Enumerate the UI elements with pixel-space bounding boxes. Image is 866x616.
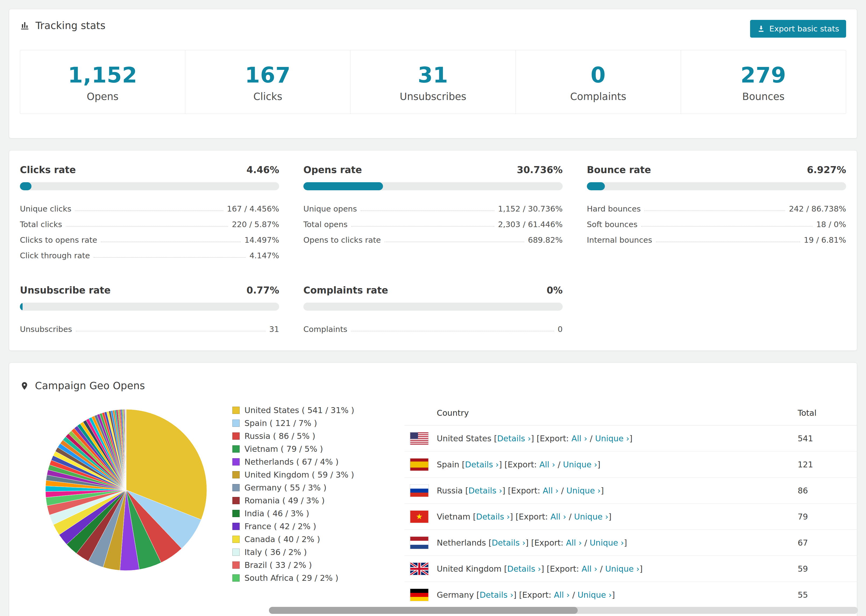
dotted-leader [361, 211, 494, 211]
metric-row-unsubscribes: Unsubscribes31 [20, 318, 279, 334]
legend-label: India ( 46 / 3% ) [244, 509, 309, 518]
export-basic-stats-button[interactable]: Export basic stats [750, 20, 846, 38]
metric-row-soft-bounces: Soft bounces18 / 0% [587, 214, 846, 229]
country-cell: Vietnam [Details ›] [Export: All › / Uni… [405, 511, 798, 523]
legend-label: France ( 42 / 2% ) [244, 522, 316, 531]
horizontal-scrollbar-thumb[interactable] [269, 607, 578, 614]
legend-item-canada[interactable]: Canada ( 40 / 2% ) [232, 534, 405, 544]
total-value: 86 [798, 486, 857, 495]
legend-swatch [232, 536, 239, 543]
dotted-leader [641, 226, 812, 226]
legend-item-italy[interactable]: Italy ( 36 / 2% ) [232, 547, 405, 557]
progress-bar [20, 303, 279, 311]
progress-bar-fill [20, 303, 23, 311]
country-cell: Russia [Details ›] [Export: All › / Uniq… [405, 484, 798, 497]
export-all-link[interactable]: All › [539, 460, 555, 469]
stat-label: Clicks [185, 91, 350, 102]
country-name: Vietnam [437, 512, 473, 522]
export-unique-link[interactable]: Unique › [574, 512, 608, 522]
dotted-leader [656, 242, 800, 242]
rate-header: Clicks rate4.46% [20, 165, 279, 175]
details-link[interactable]: Details › [491, 538, 526, 547]
netherlands-flag-icon [410, 536, 429, 549]
metric-row-total-clicks: Total clicks220 / 5.87% [20, 214, 279, 229]
details-link[interactable]: Details › [469, 486, 502, 495]
rate-title: Complaints rate [303, 285, 388, 295]
stat-box-bounces: 279Bounces [681, 50, 846, 114]
map-pin-icon [20, 380, 29, 391]
legend-swatch [232, 548, 239, 556]
legend-label: Vietnam ( 79 / 5% ) [244, 444, 323, 454]
metric-label: Unique opens [303, 204, 357, 214]
metric-value: 242 / 86.738% [789, 204, 846, 214]
metric-label: Hard bounces [587, 204, 641, 214]
country-name: Spain [437, 460, 462, 469]
geo-table-header: CountryTotal [405, 401, 857, 426]
progress-bar-fill [20, 182, 31, 190]
details-link[interactable]: Details › [476, 512, 510, 522]
stat-box-clicks: 167Clicks [185, 50, 350, 114]
rate-header: Complaints rate0% [303, 285, 563, 295]
metric-value: 220 / 5.87% [232, 220, 279, 229]
metric-row-internal-bounces: Internal bounces19 / 6.81% [587, 229, 846, 245]
legend-item-romania[interactable]: Romania ( 49 / 3% ) [232, 496, 405, 505]
total-value: 541 [798, 434, 857, 443]
dotted-leader [351, 331, 554, 332]
progress-bar-fill [303, 182, 383, 190]
export-unique-link[interactable]: Unique › [595, 434, 629, 443]
export-unique-link[interactable]: Unique › [589, 538, 624, 547]
country-name: Netherlands [437, 538, 488, 547]
legend-swatch [232, 574, 239, 581]
total-value: 67 [798, 538, 857, 547]
details-link[interactable]: Details › [465, 460, 499, 469]
legend-item-russia[interactable]: Russia ( 86 / 5% ) [232, 431, 405, 441]
details-link[interactable]: Details › [497, 434, 531, 443]
stat-box-opens: 1,152Opens [20, 50, 185, 114]
column-header-country: Country [405, 408, 798, 418]
export-unique-link[interactable]: Unique › [605, 564, 639, 574]
legend-item-spain[interactable]: Spain ( 121 / 7% ) [232, 418, 405, 428]
export-all-link[interactable]: All › [581, 564, 597, 574]
total-value: 121 [798, 460, 857, 469]
export-all-link[interactable]: All › [572, 434, 587, 443]
export-unique-link[interactable]: Unique › [578, 590, 612, 600]
rate-block-bounce-rate: Bounce rate6.927%Hard bounces242 / 86.73… [587, 165, 846, 260]
legend-item-france[interactable]: France ( 42 / 2% ) [232, 522, 405, 531]
stat-box-unsubscribes: 31Unsubscribes [350, 50, 516, 114]
legend-item-germany[interactable]: Germany ( 55 / 3% ) [232, 483, 405, 492]
details-link[interactable]: Details › [480, 590, 513, 600]
rates-grid: Clicks rate4.46%Unique clicks167 / 4.456… [20, 165, 846, 334]
tracking-stats-header: Tracking stats Export basic stats [20, 20, 846, 38]
export-all-link[interactable]: All › [566, 538, 582, 547]
total-value: 55 [798, 590, 857, 600]
legend-item-united-states[interactable]: United States ( 541 / 31% ) [232, 405, 405, 415]
rate-header: Opens rate30.736% [303, 165, 563, 175]
export-unique-link[interactable]: Unique › [567, 486, 601, 495]
legend-item-brazil[interactable]: Brazil ( 33 / 2% ) [232, 560, 405, 570]
legend-item-india[interactable]: India ( 46 / 3% ) [232, 509, 405, 518]
vietnam-flag-icon [410, 511, 429, 523]
germany-flag-icon [410, 589, 429, 601]
legend-swatch [232, 432, 239, 440]
export-unique-link[interactable]: Unique › [563, 460, 597, 469]
dotted-leader [351, 226, 494, 226]
rate-value: 0% [547, 285, 563, 295]
progress-bar-fill [587, 182, 605, 190]
geo-pie-chart [20, 401, 232, 608]
legend-item-united-kingdom[interactable]: United Kingdom ( 59 / 3% ) [232, 470, 405, 479]
page: Tracking stats Export basic stats 1,152O… [0, 0, 866, 616]
rates-card: Clicks rate4.46%Unique clicks167 / 4.456… [9, 150, 857, 351]
progress-bar [587, 182, 846, 190]
details-link[interactable]: Details › [507, 564, 541, 574]
metric-label: Click through rate [20, 251, 90, 260]
export-all-link[interactable]: All › [543, 486, 559, 495]
geo-opens-card: Campaign Geo Opens United States ( 541 /… [9, 363, 857, 616]
legend-item-vietnam[interactable]: Vietnam ( 79 / 5% ) [232, 444, 405, 454]
metric-value: 0 [558, 325, 563, 334]
legend-item-netherlands[interactable]: Netherlands ( 67 / 4% ) [232, 457, 405, 467]
total-value: 79 [798, 512, 857, 522]
metric-row-total-opens: Total opens2,303 / 61.446% [303, 214, 563, 229]
legend-item-south-africa[interactable]: South Africa ( 29 / 2% ) [232, 573, 405, 583]
export-all-link[interactable]: All › [551, 512, 567, 522]
export-all-link[interactable]: All › [554, 590, 570, 600]
